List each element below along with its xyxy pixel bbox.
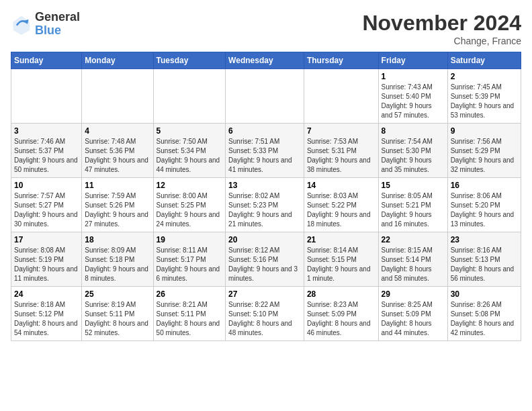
- day-number: 12: [157, 181, 223, 190]
- calendar-cell: 14Sunrise: 8:03 AM Sunset: 5:22 PM Dayli…: [304, 178, 378, 232]
- calendar-week: 1Sunrise: 7:43 AM Sunset: 5:40 PM Daylig…: [11, 69, 521, 124]
- day-info: Sunrise: 8:23 AM Sunset: 5:09 PM Dayligh…: [307, 300, 375, 338]
- weekday-header: Sunday: [11, 52, 82, 69]
- day-number: 14: [307, 181, 375, 190]
- logo-line1: General: [35, 11, 80, 24]
- day-number: 18: [85, 235, 150, 244]
- day-number: 1: [382, 72, 445, 81]
- calendar-cell: 27Sunrise: 8:22 AM Sunset: 5:10 PM Dayli…: [226, 287, 304, 341]
- title-area: November 2024 Change, France: [362, 11, 521, 46]
- calendar-cell: 18Sunrise: 8:09 AM Sunset: 5:18 PM Dayli…: [82, 232, 153, 287]
- day-number: 23: [451, 235, 518, 244]
- calendar-cell: 13Sunrise: 8:02 AM Sunset: 5:23 PM Dayli…: [226, 178, 304, 232]
- day-number: 30: [451, 289, 518, 299]
- calendar-cell: [82, 69, 153, 124]
- day-info: Sunrise: 7:48 AM Sunset: 5:36 PM Dayligh…: [85, 137, 150, 175]
- calendar-cell: 17Sunrise: 8:08 AM Sunset: 5:19 PM Dayli…: [11, 232, 82, 287]
- calendar-header: SundayMondayTuesdayWednesdayThursdayFrid…: [11, 52, 521, 69]
- day-number: 15: [382, 181, 445, 190]
- day-info: Sunrise: 8:00 AM Sunset: 5:25 PM Dayligh…: [157, 191, 223, 229]
- calendar-cell: 26Sunrise: 8:21 AM Sunset: 5:11 PM Dayli…: [153, 287, 226, 341]
- day-info: Sunrise: 8:16 AM Sunset: 5:13 PM Dayligh…: [451, 246, 518, 283]
- calendar-cell: 12Sunrise: 8:00 AM Sunset: 5:25 PM Dayli…: [153, 178, 226, 232]
- calendar-week: 10Sunrise: 7:57 AM Sunset: 5:27 PM Dayli…: [11, 178, 521, 232]
- calendar-table: SundayMondayTuesdayWednesdayThursdayFrid…: [11, 52, 521, 341]
- day-info: Sunrise: 8:26 AM Sunset: 5:08 PM Dayligh…: [451, 300, 518, 338]
- logo-line2: Blue: [35, 24, 80, 38]
- day-number: 7: [307, 126, 375, 136]
- calendar-cell: 5Sunrise: 7:50 AM Sunset: 5:34 PM Daylig…: [153, 124, 226, 178]
- day-number: 9: [451, 126, 518, 136]
- logo-icon: [11, 13, 32, 35]
- calendar-cell: 11Sunrise: 7:59 AM Sunset: 5:26 PM Dayli…: [82, 178, 153, 232]
- day-number: 16: [451, 181, 518, 190]
- month-title: November 2024: [362, 11, 521, 36]
- day-info: Sunrise: 7:53 AM Sunset: 5:31 PM Dayligh…: [307, 137, 375, 175]
- calendar-cell: 21Sunrise: 8:14 AM Sunset: 5:15 PM Dayli…: [304, 232, 378, 287]
- weekday-header: Saturday: [447, 52, 521, 69]
- day-number: 24: [14, 289, 79, 299]
- calendar-body: 1Sunrise: 7:43 AM Sunset: 5:40 PM Daylig…: [11, 69, 521, 341]
- weekday-header: Thursday: [304, 52, 378, 69]
- day-number: 4: [85, 126, 150, 136]
- calendar-cell: 20Sunrise: 8:12 AM Sunset: 5:16 PM Dayli…: [226, 232, 304, 287]
- calendar-cell: 8Sunrise: 7:54 AM Sunset: 5:30 PM Daylig…: [378, 124, 447, 178]
- calendar-cell: 7Sunrise: 7:53 AM Sunset: 5:31 PM Daylig…: [304, 124, 378, 178]
- day-number: 29: [382, 289, 445, 299]
- day-number: 11: [85, 181, 150, 190]
- calendar-cell: [304, 69, 378, 124]
- calendar-cell: 3Sunrise: 7:46 AM Sunset: 5:37 PM Daylig…: [11, 124, 82, 178]
- calendar-cell: [226, 69, 304, 124]
- day-info: Sunrise: 7:46 AM Sunset: 5:37 PM Dayligh…: [14, 137, 79, 175]
- logo-text: General Blue: [35, 11, 80, 38]
- calendar-cell: 16Sunrise: 8:06 AM Sunset: 5:20 PM Dayli…: [447, 178, 521, 232]
- day-info: Sunrise: 8:02 AM Sunset: 5:23 PM Dayligh…: [228, 191, 301, 229]
- calendar-cell: 9Sunrise: 7:56 AM Sunset: 5:29 PM Daylig…: [447, 124, 521, 178]
- day-info: Sunrise: 8:05 AM Sunset: 5:21 PM Dayligh…: [382, 191, 445, 229]
- day-number: 19: [157, 235, 223, 244]
- day-info: Sunrise: 7:51 AM Sunset: 5:33 PM Dayligh…: [228, 137, 301, 175]
- day-info: Sunrise: 7:57 AM Sunset: 5:27 PM Dayligh…: [14, 191, 79, 229]
- day-info: Sunrise: 8:11 AM Sunset: 5:17 PM Dayligh…: [157, 246, 223, 283]
- calendar-cell: 10Sunrise: 7:57 AM Sunset: 5:27 PM Dayli…: [11, 178, 82, 232]
- day-info: Sunrise: 7:59 AM Sunset: 5:26 PM Dayligh…: [85, 191, 150, 229]
- day-info: Sunrise: 8:21 AM Sunset: 5:11 PM Dayligh…: [157, 300, 223, 338]
- day-number: 6: [228, 126, 301, 136]
- calendar-cell: 22Sunrise: 8:15 AM Sunset: 5:14 PM Dayli…: [378, 232, 447, 287]
- day-info: Sunrise: 8:08 AM Sunset: 5:19 PM Dayligh…: [14, 246, 79, 283]
- day-info: Sunrise: 8:15 AM Sunset: 5:14 PM Dayligh…: [382, 246, 445, 283]
- calendar-cell: [11, 69, 82, 124]
- calendar-week: 3Sunrise: 7:46 AM Sunset: 5:37 PM Daylig…: [11, 124, 521, 178]
- day-info: Sunrise: 8:19 AM Sunset: 5:11 PM Dayligh…: [85, 300, 150, 338]
- day-number: 20: [228, 235, 301, 244]
- calendar-cell: 1Sunrise: 7:43 AM Sunset: 5:40 PM Daylig…: [378, 69, 447, 124]
- day-info: Sunrise: 7:56 AM Sunset: 5:29 PM Dayligh…: [451, 137, 518, 175]
- header-row: SundayMondayTuesdayWednesdayThursdayFrid…: [11, 52, 521, 69]
- day-info: Sunrise: 8:09 AM Sunset: 5:18 PM Dayligh…: [85, 246, 150, 283]
- day-info: Sunrise: 7:54 AM Sunset: 5:30 PM Dayligh…: [382, 137, 445, 175]
- location: Change, France: [362, 36, 521, 46]
- calendar-cell: 29Sunrise: 8:25 AM Sunset: 5:09 PM Dayli…: [378, 287, 447, 341]
- calendar-cell: 15Sunrise: 8:05 AM Sunset: 5:21 PM Dayli…: [378, 178, 447, 232]
- calendar-week: 17Sunrise: 8:08 AM Sunset: 5:19 PM Dayli…: [11, 232, 521, 287]
- day-number: 28: [307, 289, 375, 299]
- weekday-header: Monday: [82, 52, 153, 69]
- day-number: 8: [382, 126, 445, 136]
- day-number: 13: [228, 181, 301, 190]
- weekday-header: Wednesday: [226, 52, 304, 69]
- day-number: 3: [14, 126, 79, 136]
- day-number: 25: [85, 289, 150, 299]
- weekday-header: Tuesday: [153, 52, 226, 69]
- calendar-week: 24Sunrise: 8:18 AM Sunset: 5:12 PM Dayli…: [11, 287, 521, 341]
- day-number: 5: [157, 126, 223, 136]
- day-info: Sunrise: 8:06 AM Sunset: 5:20 PM Dayligh…: [451, 191, 518, 229]
- calendar-cell: 6Sunrise: 7:51 AM Sunset: 5:33 PM Daylig…: [226, 124, 304, 178]
- day-info: Sunrise: 7:45 AM Sunset: 5:39 PM Dayligh…: [451, 83, 518, 120]
- day-info: Sunrise: 7:50 AM Sunset: 5:34 PM Dayligh…: [157, 137, 223, 175]
- calendar-cell: 2Sunrise: 7:45 AM Sunset: 5:39 PM Daylig…: [447, 69, 521, 124]
- svg-marker-0: [13, 15, 30, 34]
- day-info: Sunrise: 8:22 AM Sunset: 5:10 PM Dayligh…: [228, 300, 301, 338]
- calendar-cell: 30Sunrise: 8:26 AM Sunset: 5:08 PM Dayli…: [447, 287, 521, 341]
- day-number: 10: [14, 181, 79, 190]
- day-number: 17: [14, 235, 79, 244]
